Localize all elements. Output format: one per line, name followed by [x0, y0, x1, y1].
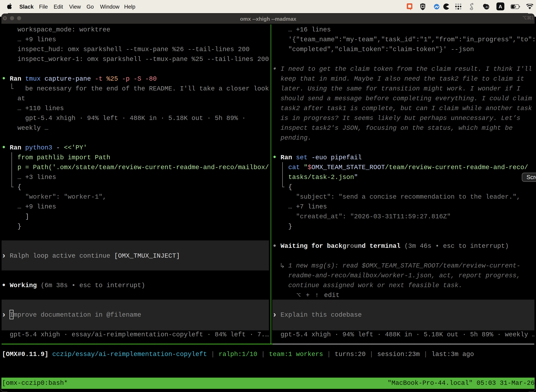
svg-text:..61: ..61 — [484, 5, 489, 9]
svg-text:A: A — [498, 4, 502, 9]
